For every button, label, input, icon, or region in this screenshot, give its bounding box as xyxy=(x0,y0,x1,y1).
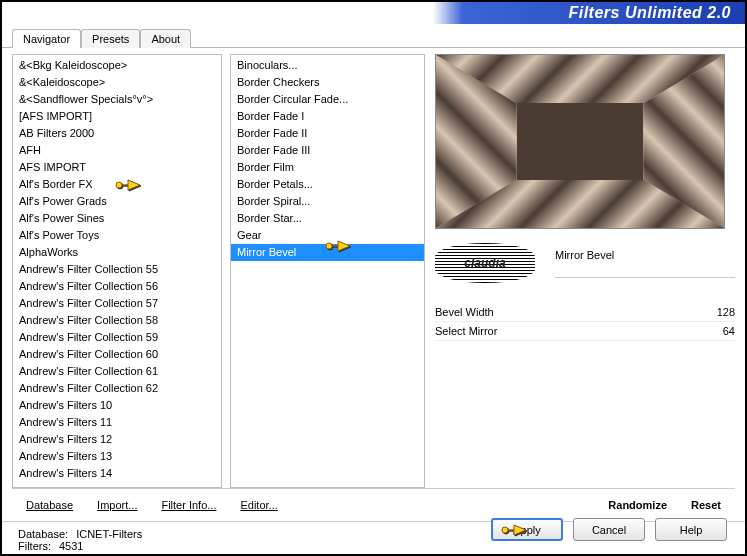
list-item[interactable]: Border Fade III xyxy=(231,142,424,159)
param-value: 64 xyxy=(723,325,735,337)
list-item[interactable]: AlphaWorks xyxy=(13,244,221,261)
list-item[interactable]: Andrew's Filter Collection 58 xyxy=(13,312,221,329)
reset-link[interactable]: Reset xyxy=(691,499,721,511)
list-item[interactable]: Andrew's Filter Collection 57 xyxy=(13,295,221,312)
status-filters-value: 4531 xyxy=(59,540,83,552)
list-item[interactable]: Border Circular Fade... xyxy=(231,91,424,108)
list-item[interactable]: Andrew's Filter Collection 60 xyxy=(13,346,221,363)
editor-link[interactable]: Editor... xyxy=(240,499,277,511)
filter-info-link[interactable]: Filter Info... xyxy=(161,499,216,511)
toolbar: Database Import... Filter Info... Editor… xyxy=(12,488,735,521)
list-item[interactable]: Border Film xyxy=(231,159,424,176)
list-item[interactable]: Andrew's Filters 13 xyxy=(13,448,221,465)
list-item[interactable]: Alf's Power Sines xyxy=(13,210,221,227)
param-value: 128 xyxy=(717,306,735,318)
list-item[interactable]: Alf's Power Grads xyxy=(13,193,221,210)
author-logo: claudia xyxy=(435,243,535,283)
list-item[interactable]: Border Star... xyxy=(231,210,424,227)
list-item[interactable]: Border Fade I xyxy=(231,108,424,125)
list-item[interactable]: Andrew's Filters 14 xyxy=(13,465,221,482)
tab-presets[interactable]: Presets xyxy=(81,29,140,48)
list-item[interactable]: Border Spiral... xyxy=(231,193,424,210)
status-filters-label: Filters: xyxy=(18,540,51,552)
list-item[interactable]: Andrew's Filter Collection 62 xyxy=(13,380,221,397)
titlebar: Filters Unlimited 2.0 xyxy=(2,2,745,24)
parameter-panel: Bevel Width 128 Select Mirror 64 xyxy=(435,303,735,341)
database-link[interactable]: Database xyxy=(26,499,73,511)
param-label: Bevel Width xyxy=(435,306,494,318)
param-label: Select Mirror xyxy=(435,325,497,337)
list-item[interactable]: &<Kaleidoscope> xyxy=(13,74,221,91)
filter-name: Mirror Bevel xyxy=(555,249,735,278)
list-item[interactable]: Gear xyxy=(231,227,424,244)
list-item[interactable]: Binoculars... xyxy=(231,57,424,74)
category-list[interactable]: &<Bkg Kaleidoscope>&<Kaleidoscope>&<Sand… xyxy=(12,54,222,488)
tab-strip: Navigator Presets About xyxy=(2,24,745,48)
import-link[interactable]: Import... xyxy=(97,499,137,511)
list-item[interactable]: Andrew's Filter Collection 59 xyxy=(13,329,221,346)
list-item[interactable]: Andrew's Filter Collection 61 xyxy=(13,363,221,380)
tab-about[interactable]: About xyxy=(140,29,191,48)
tab-navigator[interactable]: Navigator xyxy=(12,29,81,48)
list-item[interactable]: &<Bkg Kaleidoscope> xyxy=(13,57,221,74)
randomize-link[interactable]: Randomize xyxy=(608,499,667,511)
status-db-label: Database: xyxy=(18,528,68,540)
list-item[interactable]: Border Checkers xyxy=(231,74,424,91)
list-item[interactable]: Andrew's Filter Collection 56 xyxy=(13,278,221,295)
status-db-value: ICNET-Filters xyxy=(76,528,142,540)
cancel-button[interactable]: Cancel xyxy=(573,518,645,541)
list-item[interactable]: Andrew's Filters 11 xyxy=(13,414,221,431)
app-title: Filters Unlimited 2.0 xyxy=(568,4,731,22)
apply-button[interactable]: Apply xyxy=(491,518,563,541)
preview-image xyxy=(435,54,725,229)
list-item[interactable]: Andrew's Filter Collection 55 xyxy=(13,261,221,278)
list-item[interactable]: Alf's Border FX xyxy=(13,176,221,193)
list-item[interactable]: Border Petals... xyxy=(231,176,424,193)
list-item[interactable]: &<Sandflower Specials°v°> xyxy=(13,91,221,108)
dialog-buttons: Apply Cancel Help xyxy=(491,518,727,541)
list-item[interactable]: AFH xyxy=(13,142,221,159)
list-item[interactable]: AFS IMPORT xyxy=(13,159,221,176)
list-item[interactable]: Andrew's Filters 12 xyxy=(13,431,221,448)
help-button[interactable]: Help xyxy=(655,518,727,541)
list-item[interactable]: AB Filters 2000 xyxy=(13,125,221,142)
param-row[interactable]: Select Mirror 64 xyxy=(435,322,735,341)
list-item[interactable]: Border Fade II xyxy=(231,125,424,142)
filter-list[interactable]: Binoculars...Border CheckersBorder Circu… xyxy=(230,54,425,488)
list-item[interactable]: Alf's Power Toys xyxy=(13,227,221,244)
param-row[interactable]: Bevel Width 128 xyxy=(435,303,735,322)
list-item[interactable]: Andrew's Filters 10 xyxy=(13,397,221,414)
list-item[interactable]: Mirror Bevel xyxy=(231,244,424,261)
list-item[interactable]: [AFS IMPORT] xyxy=(13,108,221,125)
